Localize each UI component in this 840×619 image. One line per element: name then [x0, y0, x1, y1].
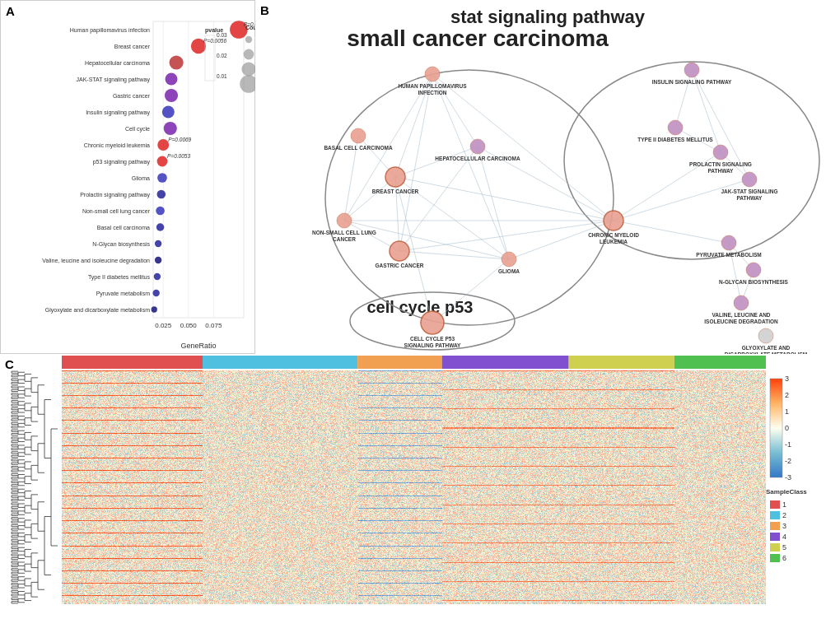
svg-point-132: [502, 252, 516, 267]
svg-line-78: [395, 147, 478, 177]
svg-point-50: [245, 36, 252, 43]
svg-text:N-Glycan biosynthesis: N-Glycan biosynthesis: [92, 241, 150, 248]
svg-text:INSULIN SIGNALING PATHWAY: INSULIN SIGNALING PATHWAY: [652, 79, 732, 85]
svg-point-16: [165, 89, 178, 102]
svg-point-121: [742, 172, 757, 187]
svg-point-141: [421, 311, 444, 334]
svg-point-36: [155, 257, 161, 263]
svg-text:N-GLYCAN BIOSYNTHESIS: N-GLYCAN BIOSYNTHESIS: [719, 279, 789, 285]
svg-point-30: [156, 207, 165, 216]
svg-point-124: [337, 213, 352, 228]
svg-text:0.075: 0.075: [205, 322, 222, 329]
svg-point-119: [385, 167, 405, 187]
svg-line-97: [614, 179, 749, 221]
svg-text:p53 signaling pathway: p53 signaling pathway: [93, 159, 151, 165]
svg-text:P=0.0053: P=0.0053: [167, 153, 190, 159]
svg-line-72: [399, 74, 432, 251]
svg-text:B: B: [260, 3, 269, 17]
svg-point-40: [152, 290, 159, 296]
svg-line-89: [509, 221, 614, 259]
svg-text:Valine, leucine and isoleucine: Valine, leucine and isoleucine degradati…: [42, 258, 150, 264]
svg-text:Cell cycle: Cell cycle: [125, 126, 150, 133]
svg-text:Chronic myeloid leukemia: Chronic myeloid leukemia: [84, 142, 150, 149]
svg-point-14: [166, 73, 178, 86]
svg-text:Hepatocellular carcinoma: Hepatocellular carcinoma: [85, 60, 150, 67]
panel-c: [0, 354, 840, 619]
svg-text:Insulin signaling pathway: Insulin signaling pathway: [86, 109, 150, 116]
svg-text:A: A: [6, 4, 15, 18]
svg-text:VALINE, LEUCINE AND: VALINE, LEUCINE AND: [712, 312, 770, 319]
svg-text:BASAL CELL CARCINOMA: BASAL CELL CARCINOMA: [324, 145, 392, 151]
svg-text:HUMAN PAPILLOMAVIRUS: HUMAN PAPILLOMAVIRUS: [398, 83, 467, 89]
svg-point-144: [758, 328, 773, 343]
svg-text:PATHWAY: PATHWAY: [708, 168, 735, 174]
svg-text:GLYOXYLATE AND: GLYOXYLATE AND: [742, 345, 791, 351]
svg-text:0.03: 0.03: [217, 32, 227, 38]
svg-text:TYPE II DIABETES MELLITUS: TYPE II DIABETES MELLITUS: [637, 137, 713, 142]
svg-text:cell cycle p53: cell cycle p53: [367, 298, 474, 316]
panel-a: 0.0250.0500.075Human papillomavirus infe…: [0, 0, 255, 354]
svg-text:small cancer carcinoma: small cancer carcinoma: [347, 26, 609, 51]
svg-text:Breast cancer: Breast cancer: [114, 44, 151, 49]
svg-text:Basal cell carcinoma: Basal cell carcinoma: [97, 225, 150, 230]
svg-text:Non-small cell lung cancer: Non-small cell lung cancer: [82, 208, 151, 215]
svg-text:PROLACTIN SIGNALING: PROLACTIN SIGNALING: [689, 161, 752, 167]
svg-point-130: [390, 241, 409, 261]
svg-text:PYRUVATE METABOLISM: PYRUVATE METABOLISM: [696, 252, 761, 258]
network-chart: Bstat signaling pathwaysmall cancer carc…: [255, 0, 840, 354]
svg-text:HEPATOCELLULAR CARCINOMA: HEPATOCELLULAR CARCINOMA: [435, 156, 520, 161]
svg-line-79: [395, 177, 614, 221]
heatmap-chart: [0, 354, 840, 619]
svg-point-114: [668, 120, 683, 135]
svg-line-81: [399, 147, 478, 251]
svg-text:ISOLEUCINE DEGRADATION: ISOLEUCINE DEGRADATION: [704, 319, 778, 324]
svg-point-52: [244, 49, 254, 60]
svg-line-83: [478, 147, 509, 259]
svg-point-108: [684, 63, 699, 77]
svg-text:LEUKEMIA: LEUKEMIA: [600, 239, 628, 244]
svg-point-134: [721, 235, 736, 250]
svg-text:0.050: 0.050: [180, 322, 198, 329]
svg-point-38: [154, 273, 161, 280]
svg-point-28: [156, 190, 166, 199]
svg-text:0.01: 0.01: [217, 73, 227, 79]
svg-point-112: [470, 139, 485, 154]
svg-text:CHRONIC MYELOID: CHRONIC MYELOID: [588, 232, 639, 238]
svg-point-18: [162, 106, 175, 119]
svg-point-42: [152, 306, 157, 312]
dotplot-chart: 0.0250.0500.075Human papillomavirus infe…: [1, 1, 256, 355]
svg-text:Human papillomavirus infection: Human papillomavirus infection: [70, 27, 150, 34]
svg-point-20: [164, 122, 177, 135]
svg-text:stat signaling pathway: stat signaling pathway: [450, 7, 646, 27]
svg-point-24: [157, 156, 168, 167]
svg-point-105: [425, 67, 440, 81]
svg-point-67: [325, 70, 614, 325]
svg-text:CANCER: CANCER: [333, 236, 356, 242]
svg-text:Prolactin signaling pathway: Prolactin signaling pathway: [80, 192, 150, 198]
svg-line-88: [344, 221, 509, 259]
svg-text:P=0.0069: P=0.0069: [168, 137, 191, 142]
svg-text:Glyoxylate and dicarboxylate m: Glyoxylate and dicarboxylate metabolism: [45, 307, 150, 314]
svg-point-54: [241, 62, 255, 76]
svg-text:JAK-STAT SIGNALING: JAK-STAT SIGNALING: [721, 188, 777, 194]
svg-line-75: [432, 74, 614, 221]
svg-text:SIGNALING PATHWAY: SIGNALING PATHWAY: [404, 342, 462, 348]
svg-point-22: [157, 139, 169, 151]
svg-text:0.025: 0.025: [155, 322, 172, 329]
svg-point-26: [157, 173, 167, 183]
svg-text:CELL CYCLE P53: CELL CYCLE P53: [410, 336, 455, 342]
svg-text:NON-SMALL CELL LUNG: NON-SMALL CELL LUNG: [312, 230, 376, 235]
svg-point-110: [351, 128, 366, 143]
svg-point-116: [713, 145, 728, 160]
panel-b: Bstat signaling pathwaysmall cancer carc…: [255, 0, 840, 354]
svg-point-34: [155, 240, 161, 247]
svg-text:Glioma: Glioma: [132, 175, 150, 181]
svg-text:0.02: 0.02: [217, 53, 227, 58]
svg-point-32: [156, 223, 165, 231]
svg-point-138: [734, 296, 749, 310]
svg-text:GASTRIC CANCER: GASTRIC CANCER: [376, 263, 424, 268]
svg-text:GeneRatio: GeneRatio: [180, 342, 216, 350]
svg-text:GLIOMA: GLIOMA: [498, 268, 520, 274]
svg-text:PATHWAY: PATHWAY: [737, 195, 763, 201]
svg-point-12: [170, 55, 184, 69]
